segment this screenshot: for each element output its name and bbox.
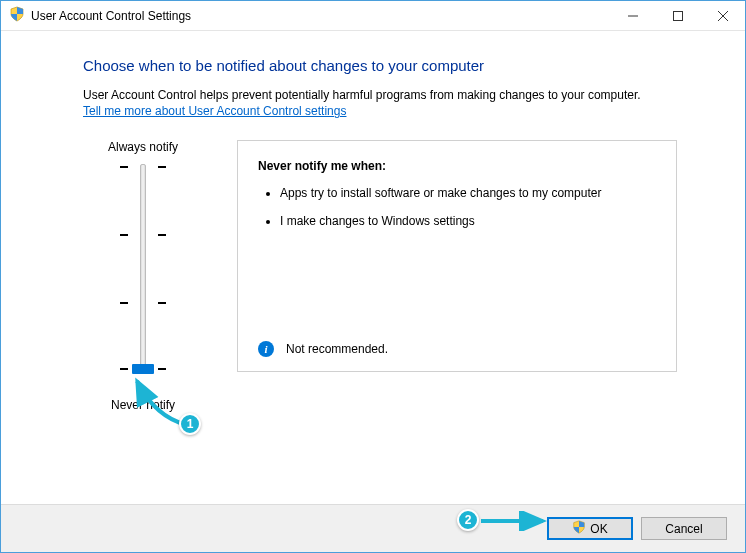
window-title: User Account Control Settings xyxy=(31,9,191,23)
slider-thumb[interactable] xyxy=(132,364,154,374)
annotation-callout-2: 2 xyxy=(457,509,479,531)
svg-rect-1 xyxy=(673,11,682,20)
content-area: Choose when to be notified about changes… xyxy=(1,31,745,412)
dialog-footer: OK Cancel xyxy=(1,504,745,552)
ok-button[interactable]: OK xyxy=(547,517,633,540)
notification-slider[interactable] xyxy=(113,162,173,392)
info-box-list: Apps try to install software or make cha… xyxy=(258,185,656,229)
cancel-button-label: Cancel xyxy=(665,522,702,536)
slider-track xyxy=(140,164,146,374)
info-icon: i xyxy=(258,341,274,357)
slider-tick xyxy=(120,302,166,304)
maximize-button[interactable] xyxy=(655,1,700,30)
uac-shield-icon xyxy=(572,520,586,537)
cancel-button[interactable]: Cancel xyxy=(641,517,727,540)
info-box-title: Never notify me when: xyxy=(258,159,656,173)
notification-info-box: Never notify me when: Apps try to instal… xyxy=(237,140,677,372)
info-box-footer-text: Not recommended. xyxy=(286,342,388,356)
slider-top-label: Always notify xyxy=(108,140,178,154)
slider-tick xyxy=(120,234,166,236)
info-box-bullet: I make changes to Windows settings xyxy=(280,213,656,229)
annotation-callout-1: 1 xyxy=(179,413,201,435)
uac-shield-icon xyxy=(9,6,25,25)
ok-button-label: OK xyxy=(590,522,607,536)
info-box-bullet: Apps try to install software or make cha… xyxy=(280,185,656,201)
minimize-button[interactable] xyxy=(610,1,655,30)
notification-slider-column: Always notify Never notify xyxy=(83,140,203,412)
page-description: User Account Control helps prevent poten… xyxy=(83,88,711,102)
titlebar: User Account Control Settings xyxy=(1,1,745,31)
page-heading: Choose when to be notified about changes… xyxy=(83,57,711,74)
slider-bottom-label: Never notify xyxy=(111,398,175,412)
close-button[interactable] xyxy=(700,1,745,30)
slider-tick xyxy=(120,166,166,168)
learn-more-link[interactable]: Tell me more about User Account Control … xyxy=(83,104,346,118)
